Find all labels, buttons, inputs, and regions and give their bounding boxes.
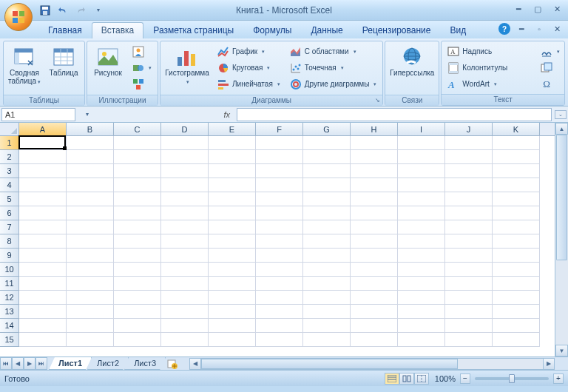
cell[interactable] xyxy=(398,164,445,178)
vertical-scrollbar-thumb[interactable] xyxy=(556,135,567,260)
cell[interactable] xyxy=(445,220,493,234)
insert-function-button[interactable]: fx xyxy=(219,110,235,119)
cell[interactable] xyxy=(398,333,445,347)
cell[interactable] xyxy=(19,178,67,192)
column-header-A[interactable]: A xyxy=(19,123,67,135)
cell[interactable] xyxy=(445,164,493,178)
cell[interactable] xyxy=(19,305,67,319)
cell[interactable] xyxy=(209,192,256,206)
row-header-15[interactable]: 15 xyxy=(0,333,18,347)
cell[interactable] xyxy=(398,206,445,220)
cell[interactable] xyxy=(351,206,398,220)
pivot-table-button[interactable]: Сводная таблица▾ xyxy=(6,44,43,92)
cell[interactable] xyxy=(114,277,161,291)
row-header-11[interactable]: 11 xyxy=(0,277,18,291)
area-chart-button[interactable]: С областями▾ xyxy=(286,44,381,59)
cell[interactable] xyxy=(67,333,114,347)
picture-button[interactable]: Рисунок xyxy=(89,44,126,92)
sheet-tab-2[interactable]: Лист2 xyxy=(87,357,129,370)
cell[interactable] xyxy=(209,305,256,319)
cell[interactable] xyxy=(209,263,256,277)
horizontal-scrollbar-track[interactable] xyxy=(201,358,543,370)
select-all-cells-button[interactable] xyxy=(0,123,19,136)
cell[interactable] xyxy=(256,333,303,347)
cell[interactable] xyxy=(161,333,209,347)
cell[interactable] xyxy=(493,291,540,305)
minimize-workbook-button[interactable]: ━ xyxy=(515,23,528,35)
cell[interactable] xyxy=(351,263,398,277)
cell[interactable] xyxy=(398,136,445,150)
cell[interactable] xyxy=(303,263,351,277)
cell[interactable] xyxy=(493,263,540,277)
cell[interactable] xyxy=(161,150,209,164)
maximize-window-button[interactable]: ▢ xyxy=(531,3,544,15)
row-header-1[interactable]: 1 xyxy=(0,136,18,150)
name-box-dropdown[interactable]: ▾ xyxy=(81,111,93,118)
sheet-tab-1[interactable]: Лист1 xyxy=(49,357,92,370)
tab-review[interactable]: Рецензирование xyxy=(353,22,441,38)
horizontal-scrollbar-thumb[interactable] xyxy=(201,359,457,369)
table-button[interactable]: Таблица xyxy=(45,44,82,92)
restore-workbook-button[interactable]: ▫ xyxy=(532,23,546,35)
cell[interactable] xyxy=(256,305,303,319)
page-break-view-button[interactable] xyxy=(414,373,429,385)
cell[interactable] xyxy=(445,277,493,291)
cell[interactable] xyxy=(161,164,209,178)
cell[interactable] xyxy=(493,220,540,234)
cell[interactable] xyxy=(67,178,114,192)
scroll-down-button[interactable]: ▼ xyxy=(555,345,568,356)
cell[interactable] xyxy=(256,234,303,249)
cell[interactable] xyxy=(493,277,540,291)
cell[interactable] xyxy=(445,150,493,164)
cell[interactable] xyxy=(114,164,161,178)
column-header-F[interactable]: F xyxy=(256,123,303,135)
symbol-button[interactable]: Ω xyxy=(538,76,562,92)
cell[interactable] xyxy=(493,206,540,220)
cell[interactable] xyxy=(209,136,256,150)
last-sheet-button[interactable]: ⏭ xyxy=(36,357,47,370)
cell[interactable] xyxy=(256,136,303,150)
cell[interactable] xyxy=(256,192,303,206)
cell[interactable] xyxy=(114,291,161,305)
cell[interactable] xyxy=(445,333,493,347)
new-sheet-button[interactable] xyxy=(164,358,180,370)
shapes-button[interactable]: ▾ xyxy=(129,60,155,75)
cell[interactable] xyxy=(493,305,540,319)
cell[interactable] xyxy=(19,249,67,263)
cell[interactable] xyxy=(67,164,114,178)
scroll-up-button[interactable]: ▲ xyxy=(555,123,568,135)
row-header-5[interactable]: 5 xyxy=(0,192,18,206)
charts-dialog-launcher[interactable]: ↘ xyxy=(373,97,381,104)
smartart-button[interactable] xyxy=(129,76,155,92)
formula-input[interactable] xyxy=(237,108,552,121)
signature-line-button[interactable]: ▾ xyxy=(538,44,562,59)
textbox-button[interactable]: AНадпись xyxy=(444,44,536,59)
cell[interactable] xyxy=(303,192,351,206)
tab-view[interactable]: Вид xyxy=(440,22,476,38)
row-header-6[interactable]: 6 xyxy=(0,206,18,220)
scroll-left-button[interactable]: ◀ xyxy=(189,358,201,370)
cell[interactable] xyxy=(161,319,209,333)
cell[interactable] xyxy=(351,150,398,164)
cell[interactable] xyxy=(256,319,303,333)
cell[interactable] xyxy=(114,234,161,249)
cell[interactable] xyxy=(209,333,256,347)
cell[interactable] xyxy=(303,206,351,220)
cell[interactable] xyxy=(19,206,67,220)
cell[interactable] xyxy=(114,319,161,333)
column-header-I[interactable]: I xyxy=(398,123,445,135)
cell[interactable] xyxy=(398,150,445,164)
cell[interactable] xyxy=(114,249,161,263)
cell[interactable] xyxy=(19,150,67,164)
cell[interactable] xyxy=(351,164,398,178)
cell[interactable] xyxy=(161,249,209,263)
cell[interactable] xyxy=(161,136,209,150)
cell[interactable] xyxy=(351,136,398,150)
zoom-slider-thumb[interactable] xyxy=(509,374,515,383)
cell[interactable] xyxy=(351,319,398,333)
cell[interactable] xyxy=(351,220,398,234)
cell[interactable] xyxy=(445,206,493,220)
column-header-C[interactable]: C xyxy=(114,123,161,135)
cell[interactable] xyxy=(209,220,256,234)
cell[interactable] xyxy=(303,291,351,305)
